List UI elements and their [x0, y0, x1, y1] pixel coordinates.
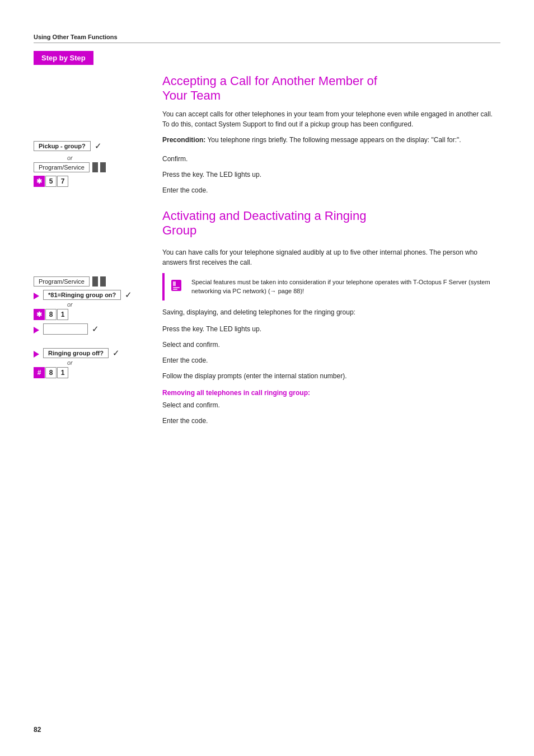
- key-hash: #: [34, 367, 45, 378]
- display-prompts-row: Follow the display prompts (enter the in…: [162, 370, 500, 381]
- enter-code-row-2: Enter the code.: [162, 354, 500, 365]
- or-label-3: or: [67, 359, 151, 366]
- ringing-group-on-box: *81=Ringing group on?: [43, 290, 121, 300]
- ringing-group-on-row: *81=Ringing group on? ✓: [34, 290, 151, 300]
- arrow-marker-2: [34, 327, 39, 334]
- s2-step1-row: Press the key. The LED lights up.: [162, 323, 500, 334]
- section2-body: You can have calls for your telephone si…: [162, 247, 500, 267]
- code-keys-2-row: ✱ 8 1: [34, 309, 151, 320]
- select-confirm-row-2: Select and confirm.: [162, 399, 500, 410]
- key-7: 7: [57, 176, 68, 187]
- program-service-row-2: Program/Service: [34, 276, 151, 287]
- enter-code-row-3: Enter the code.: [162, 415, 500, 426]
- step3-row: Enter the code.: [162, 184, 500, 195]
- step-by-step-label: Step by Step: [34, 51, 93, 65]
- led-indicator-1: [92, 162, 98, 172]
- left-column: Pickup - group? ✓ or Program/Service ✱ 5…: [34, 74, 157, 430]
- led-indicator-2b: [100, 276, 106, 287]
- key-star-2: ✱: [34, 309, 45, 320]
- page-number: 82: [34, 726, 41, 734]
- ringing-group-off-check: ✓: [113, 348, 120, 358]
- key-1-1: 1: [57, 309, 68, 320]
- pickup-group-check: ✓: [95, 141, 102, 151]
- section1-title: Accepting a Call for Another Member of Y…: [162, 74, 500, 104]
- key-star-1: ✱: [34, 176, 45, 187]
- note-text: Special features must be taken into cons…: [191, 278, 495, 296]
- removing-step2-row: Enter the code.: [162, 415, 500, 426]
- program-service-box-1: Program/Service: [34, 162, 90, 172]
- key-8-1: 8: [45, 309, 57, 320]
- press-key-row-2: Press the key. The LED lights up.: [162, 323, 500, 334]
- step2-row: Press the key. The LED lights up.: [162, 168, 500, 180]
- code-keys-3-row: # 8 1: [34, 367, 151, 378]
- code-keys-2: ✱ 8 1: [34, 309, 68, 320]
- step1-row: Confirm.: [162, 153, 500, 164]
- ringing-group-on-check: ✓: [125, 290, 132, 300]
- note-icon: [170, 278, 186, 295]
- s2-step2-row: Select and confirm.: [162, 339, 500, 350]
- press-key-row-1: Press the key. The LED lights up.: [162, 168, 500, 180]
- main-content: Pickup - group? ✓ or Program/Service ✱ 5…: [34, 74, 500, 430]
- arrow-marker-3: [34, 351, 39, 358]
- svg-rect-2: [173, 287, 180, 288]
- pickup-group-area: Pickup - group? ✓ or Program/Service ✱ 5…: [34, 141, 151, 187]
- code-keys-3: # 8 1: [34, 367, 68, 378]
- s2-step4-row: Follow the display prompts (enter the in…: [162, 370, 500, 381]
- pickup-group-row: Pickup - group? ✓: [34, 141, 151, 151]
- select-confirm-row-1: Select and confirm.: [162, 339, 500, 350]
- ringing-group-off-box: Ringing group off?: [43, 348, 109, 358]
- led-indicator-2: [92, 276, 98, 287]
- confirm-row: Confirm.: [162, 153, 500, 164]
- svg-rect-1: [173, 281, 176, 286]
- or-label-2: or: [67, 301, 151, 308]
- key-5: 5: [45, 176, 57, 187]
- led-indicator-1b: [100, 162, 106, 172]
- pickup-group-box: Pickup - group?: [34, 141, 91, 151]
- section2-left-area: Program/Service *81=Ringing group on? ✓ …: [34, 276, 151, 378]
- right-column: Accepting a Call for Another Member of Y…: [157, 74, 500, 430]
- saving-text: Saving, displaying, and deleting telepho…: [162, 307, 500, 317]
- info-icon: [170, 278, 186, 293]
- arrow-marker-1: [34, 293, 39, 299]
- code-keys-1-row: ✱ 5 7: [34, 176, 151, 187]
- key-8-2: 8: [45, 367, 57, 378]
- section-header: Using Other Team Functions: [34, 34, 500, 43]
- enter-code-row-1: Enter the code.: [162, 184, 500, 195]
- svg-rect-3: [173, 289, 177, 290]
- key-1-2: 1: [57, 367, 68, 378]
- section1-body: You can accept calls for other telephone…: [162, 109, 500, 129]
- blank-input-box: [43, 323, 88, 335]
- blank-input-row: ✓: [34, 323, 151, 335]
- blank-input-check: ✓: [92, 324, 99, 334]
- section2-title: Activating and Deactivating a Ringing Gr…: [162, 209, 500, 238]
- program-service-box-2: Program/Service: [34, 276, 90, 287]
- note-box: Special features must be taken into cons…: [162, 273, 500, 300]
- program-service-row-1: Program/Service: [34, 162, 151, 172]
- code-keys-1: ✱ 5 7: [34, 176, 68, 187]
- removing-header: Removing all telephones in call ringing …: [162, 389, 500, 397]
- s2-step3-row: Enter the code.: [162, 354, 500, 365]
- ringing-group-off-row: Ringing group off? ✓: [34, 348, 151, 358]
- precondition-text: Precondition: You telephone rings briefl…: [162, 135, 500, 145]
- or-label-1: or: [67, 154, 151, 161]
- removing-step1-row: Select and confirm.: [162, 399, 500, 410]
